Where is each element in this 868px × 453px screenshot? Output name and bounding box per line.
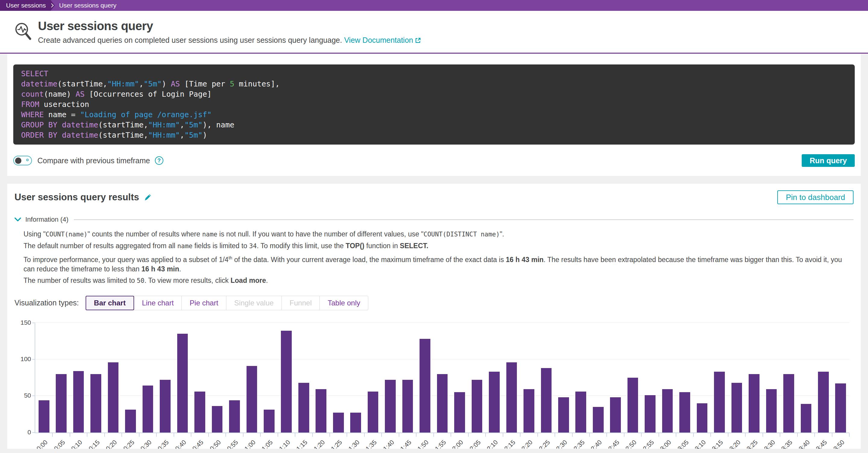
bar[interactable]: [835, 383, 846, 432]
x-axis-label: 02:05: [466, 439, 482, 449]
x-axis-label: 03:50: [830, 439, 846, 449]
compare-toggle[interactable]: [13, 156, 32, 165]
run-query-button[interactable]: Run query: [802, 154, 855, 167]
bar[interactable]: [350, 413, 361, 432]
bar-cell: 02:45: [607, 323, 624, 432]
bar[interactable]: [732, 383, 742, 432]
bar[interactable]: [801, 404, 812, 432]
x-axis-label: 00:50: [206, 439, 222, 449]
x-axis-label: 00:30: [136, 439, 153, 449]
bar[interactable]: [90, 374, 101, 432]
bar-cell: 00:45: [191, 323, 208, 432]
x-axis-label: 02:30: [553, 439, 569, 449]
x-axis-label: 02:50: [622, 439, 638, 449]
code-line: FROM useraction: [21, 99, 847, 110]
information-item: To improve performance, your query was a…: [24, 253, 854, 274]
bar[interactable]: [472, 380, 483, 432]
bar[interactable]: [160, 380, 170, 432]
bar-cell: 00:15: [87, 323, 104, 432]
bar[interactable]: [489, 372, 500, 432]
bar[interactable]: [73, 371, 84, 432]
query-editor[interactable]: SELECTdatetime(startTime,"HH:mm","5m") A…: [13, 64, 855, 144]
bar[interactable]: [697, 403, 708, 432]
bar-cell: 03:35: [780, 323, 797, 432]
information-section-header[interactable]: Information (4): [14, 216, 854, 224]
bar-cell: 01:00: [243, 323, 260, 432]
bar[interactable]: [420, 339, 430, 432]
bar[interactable]: [56, 374, 67, 432]
bar[interactable]: [143, 386, 153, 432]
bar-cell: 01:50: [416, 323, 433, 432]
bar[interactable]: [610, 397, 621, 432]
bar[interactable]: [125, 410, 136, 432]
x-axis-label: 03:20: [725, 439, 742, 449]
pin-to-dashboard-button[interactable]: Pin to dashboard: [777, 190, 854, 204]
bar[interactable]: [645, 395, 655, 432]
bar-cell: 03:00: [659, 323, 676, 432]
bar[interactable]: [575, 392, 586, 432]
x-axis-label: 02:25: [535, 439, 551, 449]
x-axis-label: 01:25: [327, 439, 344, 449]
bar-cell: 02:20: [520, 323, 537, 432]
toggle-knob: [15, 158, 22, 164]
bar-cell: 00:55: [226, 323, 243, 432]
bar[interactable]: [247, 366, 257, 432]
view-documentation-link[interactable]: View Documentation: [344, 36, 421, 44]
x-axis-label: 03:15: [708, 439, 724, 449]
help-icon[interactable]: ?: [155, 156, 163, 165]
bar[interactable]: [783, 374, 794, 432]
bar[interactable]: [627, 378, 638, 432]
information-divider: [74, 220, 854, 220]
bar-cell: 03:25: [745, 323, 763, 432]
bar[interactable]: [506, 362, 517, 432]
bar-cell: 00:50: [209, 323, 226, 432]
bar[interactable]: [229, 400, 240, 432]
bar[interactable]: [38, 400, 50, 432]
bar[interactable]: [402, 380, 413, 432]
bar[interactable]: [264, 410, 275, 432]
bar[interactable]: [437, 374, 448, 432]
bar[interactable]: [212, 406, 223, 432]
bar[interactable]: [766, 389, 777, 432]
bar-cell: 02:55: [641, 323, 658, 432]
bar[interactable]: [749, 374, 760, 432]
bar-cell: 02:35: [572, 323, 590, 432]
x-axis-label: 03:30: [760, 439, 776, 449]
bar-cell: 01:55: [434, 323, 451, 432]
bar-cell: 03:50: [832, 323, 849, 432]
y-axis-label: 0: [13, 429, 31, 436]
bar[interactable]: [108, 362, 119, 432]
bar[interactable]: [541, 368, 552, 432]
bar[interactable]: [679, 392, 690, 432]
information-title: Information (4): [25, 216, 68, 224]
x-axis-label: 01:20: [310, 439, 326, 449]
bar[interactable]: [524, 389, 534, 432]
x-axis-label: 02:10: [483, 439, 499, 449]
bar[interactable]: [194, 392, 205, 432]
viz-button-table-only[interactable]: Table only: [319, 296, 368, 310]
viz-button-line-chart[interactable]: Line chart: [134, 296, 182, 310]
bar[interactable]: [368, 392, 378, 432]
bar[interactable]: [818, 372, 829, 432]
bar[interactable]: [315, 389, 327, 432]
bar[interactable]: [299, 383, 309, 432]
x-axis-label: 02:00: [448, 439, 465, 449]
bar-cell: 02:40: [590, 323, 607, 432]
bar[interactable]: [558, 397, 569, 432]
viz-button-pie-chart[interactable]: Pie chart: [181, 296, 226, 310]
viz-button-bar-chart[interactable]: Bar chart: [86, 296, 134, 310]
query-card: SELECTdatetime(startTime,"HH:mm","5m") A…: [7, 54, 861, 176]
bar[interactable]: [333, 413, 344, 432]
breadcrumb-item-user-sessions[interactable]: User sessions: [0, 0, 55, 11]
bar-cell: 00:30: [139, 323, 156, 432]
bar[interactable]: [593, 407, 604, 432]
bar[interactable]: [714, 372, 725, 432]
information-item: The number of results was limited to 50.…: [24, 276, 854, 286]
bar[interactable]: [281, 331, 292, 432]
bar[interactable]: [385, 380, 396, 432]
bar[interactable]: [662, 389, 673, 432]
edit-pencil-icon[interactable]: [144, 193, 152, 201]
bar[interactable]: [177, 334, 188, 432]
breadcrumb-item-user-sessions-query[interactable]: User sessions query: [59, 2, 116, 9]
bar[interactable]: [454, 392, 465, 432]
